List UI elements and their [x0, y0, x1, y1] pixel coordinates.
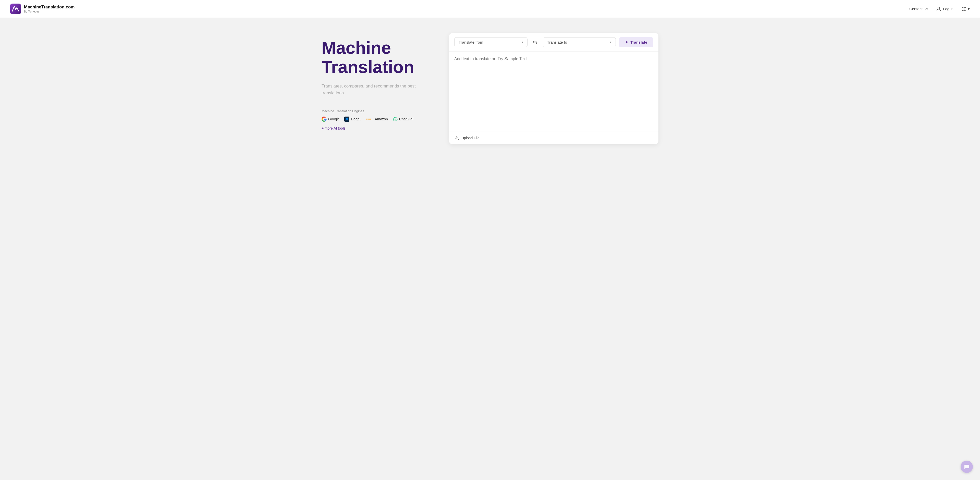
- translate-btn-label: Translate: [630, 40, 647, 44]
- swap-languages-button[interactable]: [531, 38, 540, 47]
- translate-from-chevron: ▾: [522, 41, 523, 44]
- upload-file-button[interactable]: Upload File: [454, 135, 479, 141]
- translation-body: [449, 52, 659, 131]
- translation-header: Translate from ▾ Translate to ▾ ✦ Transl…: [449, 33, 659, 52]
- site-header: MachineTranslation.com By Tomedes Contac…: [0, 0, 980, 18]
- amazon-icon: aws: [366, 117, 373, 121]
- chat-icon: [964, 464, 970, 470]
- engines-section: Machine Translation Engines Google: [321, 109, 434, 130]
- header-nav: Contact Us Log in ▾: [909, 6, 970, 12]
- login-button[interactable]: Log in: [936, 6, 953, 12]
- language-selector-chevron: ▾: [968, 6, 970, 11]
- google-icon: [321, 117, 327, 122]
- hero-title: Machine Translation: [321, 38, 434, 76]
- contact-us-link[interactable]: Contact Us: [909, 6, 928, 11]
- logo-subtitle: By Tomedes: [24, 10, 75, 13]
- engine-deepl: D DeepL: [344, 117, 361, 122]
- google-label: Google: [328, 117, 340, 121]
- chatgpt-label: ChatGPT: [399, 117, 414, 121]
- svg-text:aws: aws: [366, 117, 371, 120]
- left-panel: Machine Translation Translates, compares…: [321, 33, 434, 130]
- engines-list: Google D DeepL: [321, 117, 434, 130]
- more-tools-link[interactable]: + more AI tools: [321, 126, 345, 130]
- engine-amazon: aws Amazon: [366, 117, 388, 121]
- logo-text: MachineTranslation.com By Tomedes: [24, 5, 75, 13]
- engines-label: Machine Translation Engines: [321, 109, 434, 113]
- svg-point-11: [395, 119, 396, 120]
- upload-file-label: Upload File: [461, 136, 479, 140]
- logo-area[interactable]: MachineTranslation.com By Tomedes: [10, 3, 75, 14]
- sparkle-icon: ✦: [625, 40, 628, 44]
- login-label: Log in: [943, 6, 953, 11]
- swap-icon: [532, 40, 538, 45]
- logo-title: MachineTranslation.com: [24, 5, 75, 10]
- deepl-icon: D: [344, 117, 349, 122]
- translation-textarea[interactable]: [454, 57, 653, 128]
- hero-title-line2: Translation: [321, 57, 414, 76]
- translate-from-label: Translate from: [458, 40, 483, 44]
- svg-text:D: D: [346, 118, 348, 120]
- svg-point-1: [938, 7, 939, 9]
- translate-to-select[interactable]: Translate to ▾: [543, 37, 616, 47]
- engine-chatgpt: ChatGPT: [393, 117, 414, 122]
- translate-button[interactable]: ✦ Translate: [619, 37, 653, 47]
- right-panel: Translate from ▾ Translate to ▾ ✦ Transl…: [449, 33, 659, 144]
- amazon-label: Amazon: [375, 117, 388, 121]
- translate-from-select[interactable]: Translate from ▾: [454, 37, 528, 47]
- translation-card: Translate from ▾ Translate to ▾ ✦ Transl…: [449, 33, 659, 144]
- hero-subtitle: Translates, compares, and recommends the…: [321, 82, 434, 97]
- chatgpt-icon: [393, 117, 398, 122]
- deepl-label: DeepL: [351, 117, 361, 121]
- translate-to-chevron: ▾: [610, 41, 611, 44]
- translation-footer: Upload File: [449, 131, 659, 144]
- main-content: Machine Translation Translates, compares…: [311, 18, 669, 154]
- translate-to-label: Translate to: [547, 40, 567, 44]
- language-selector-button[interactable]: ▾: [961, 6, 970, 12]
- account-icon: [936, 6, 942, 12]
- engine-google: Google: [321, 117, 340, 122]
- globe-icon: [961, 6, 967, 12]
- upload-icon: [454, 135, 460, 141]
- logo-icon: [10, 3, 21, 14]
- chat-bubble[interactable]: [961, 461, 973, 473]
- hero-title-line1: Machine: [321, 38, 391, 57]
